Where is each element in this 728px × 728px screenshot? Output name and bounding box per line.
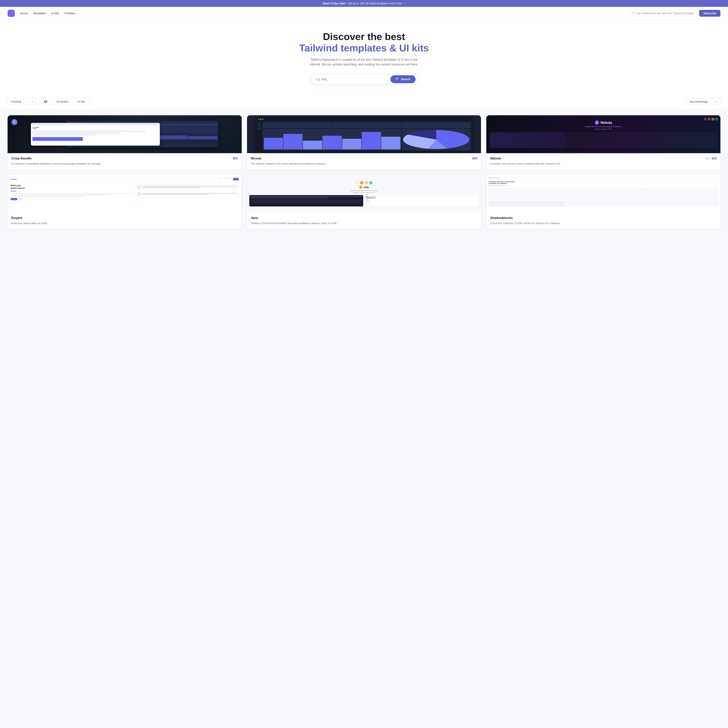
chevron-down-icon: ▾ (32, 100, 33, 103)
card-price-wrapper: $39 $29 (705, 157, 717, 160)
empire-mockup: umpire Build yourdream team atScale. (8, 175, 242, 213)
card-jane[interactable]: ⚙ JANE Tailwind CSS Personal Portfolio T… (247, 175, 481, 229)
filter-tabs: All Templates UI kits (39, 98, 90, 105)
cards-grid: C (8, 115, 720, 229)
search-bar: 🔍 Search (311, 74, 417, 85)
card-image-jane: ⚙ JANE Tailwind CSS Personal Portfolio T… (247, 175, 481, 213)
search-button[interactable]: 🔍 Search (390, 75, 416, 83)
cruip-mockup: C (8, 115, 242, 153)
card-image-shadow: Shadcnblocks.com A premium collection of… (486, 175, 720, 213)
card-info-jane: Jane Tailwind CSS Personal Portfolio Tem… (247, 213, 481, 229)
card-description: A modern dark-themed SaaS template built… (490, 162, 717, 166)
search-container: 🔍 Search (8, 74, 720, 85)
search-button-label: Search (401, 78, 410, 81)
card-description: The ultimate Tailwind CSS admin dashboar… (251, 162, 477, 166)
mail-icon: ✉ (632, 11, 635, 15)
banner-sale-text: Black Friday Sale! (323, 2, 346, 5)
card-description: A collection of beautifully designed Saa… (11, 162, 238, 166)
tab-uikits[interactable]: UI kits (73, 98, 89, 105)
hero-title-blue: Tailwind templates & UI kits (8, 43, 720, 54)
card-empire[interactable]: umpire Build yourdream team atScale. (8, 175, 242, 229)
cruip-logo-icon: C (11, 119, 17, 125)
card-description: Tailwind CSS Personal Portfolio Template… (251, 222, 477, 225)
card-info-empire: Empire Build your dream team at Scale. (8, 213, 242, 229)
navbar: Home Templates UI kits Freebies ✉ Get no… (0, 7, 728, 20)
search-icon: 🔍 (396, 78, 399, 81)
card-price: $89 (233, 157, 238, 160)
mosaic-mockup (256, 117, 472, 151)
screen-front: ur websitedigital (31, 123, 160, 145)
tab-all[interactable]: All (39, 98, 52, 105)
navbar-right: ✉ Get notified when we add new Tailwind … (629, 10, 720, 17)
technology-dropdown[interactable]: Any technology ▾ (686, 98, 720, 105)
card-info-mosaic: Mosaic $69 The ultimate Tailwind CSS adm… (247, 153, 481, 170)
promo-banner: Black Friday Sale! · Get up to 70% off s… (0, 0, 728, 7)
card-image-cruip: C (8, 115, 242, 153)
filter-bar: Trending ▾ All Templates UI kits Any tec… (0, 94, 728, 109)
nebula-mockup: Nebula Modern dark themed SaaS template … (486, 115, 720, 153)
card-image-mosaic (247, 115, 481, 153)
nav-uikits[interactable]: UI kits (51, 12, 59, 15)
hero-section: Discover the best Tailwind templates & U… (0, 20, 728, 94)
technology-label: Any technology (690, 100, 708, 103)
card-title: Jane (251, 216, 258, 220)
card-cruip-bundle[interactable]: C (8, 115, 242, 170)
card-shadowblocks[interactable]: Shadcnblocks.com A premium collection of… (486, 175, 720, 229)
main-content: C (0, 109, 728, 237)
card-info-cruip: Cruip Bundle $89 A collection of beautif… (8, 153, 242, 170)
tech-chevron-icon: ▾ (716, 100, 717, 103)
card-title: Mosaic (251, 157, 262, 161)
subscribe-button[interactable]: Subscribe (699, 10, 720, 17)
card-price: $29 (711, 157, 717, 160)
notify-input-wrapper[interactable]: ✉ Get notified when we add new Tailwind … (629, 10, 697, 17)
tab-templates[interactable]: Templates (52, 98, 73, 105)
card-title: Empire (11, 216, 22, 220)
card-mosaic[interactable]: Mosaic $69 The ultimate Tailwind CSS adm… (247, 115, 481, 170)
nav-templates[interactable]: Templates (33, 12, 46, 15)
sort-dropdown[interactable]: Trending ▾ (8, 98, 36, 105)
notify-placeholder-text: Get notified when we add new Tailwind te… (636, 12, 694, 15)
card-info-nebula: Nebula $39 $29 A modern dark-themed SaaS… (486, 153, 720, 170)
card-title: Nebula (490, 157, 501, 161)
card-price: $69 (472, 157, 477, 160)
card-image-nebula: Nebula Modern dark themed SaaS template … (486, 115, 720, 153)
jane-mockup: ⚙ JANE Tailwind CSS Personal Portfolio T… (247, 175, 481, 213)
card-description: Build your dream team at Scale. (11, 222, 238, 225)
card-description: A premium collection of 200+ blocks for … (490, 222, 717, 225)
hero-subtitle: Tailwind Awesome is a curated list of th… (307, 57, 421, 67)
site-logo[interactable] (8, 10, 15, 17)
card-nebula[interactable]: Nebula Modern dark themed SaaS template … (486, 115, 720, 170)
card-info-shadow: Shadowblocks A premium collection of 200… (486, 213, 720, 229)
shadow-mockup: Shadcnblocks.com A premium collection of… (486, 175, 720, 213)
nav-home[interactable]: Home (20, 12, 28, 15)
card-title: Shadowblocks (490, 216, 512, 220)
nav-links: Home Templates UI kits Freebies (20, 12, 75, 15)
search-input[interactable] (316, 78, 390, 81)
sort-label: Trending (11, 100, 21, 103)
banner-detail-text: · Get up to 70% off select templates and… (347, 2, 405, 5)
card-title: Cruip Bundle (11, 157, 32, 161)
card-image-empire: umpire Build yourdream team atScale. (8, 175, 242, 213)
nav-freebies[interactable]: Freebies (64, 12, 75, 15)
card-price-old: $39 (705, 157, 710, 160)
hero-title-dark: Discover the best (323, 31, 405, 42)
